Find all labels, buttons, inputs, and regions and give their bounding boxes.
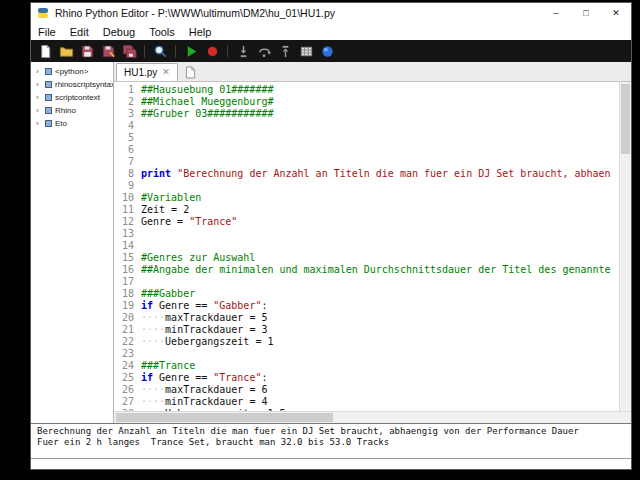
run-script-button[interactable] xyxy=(182,42,200,60)
code-token: ···· xyxy=(141,324,165,336)
code-token: Genre == xyxy=(153,372,213,384)
line-number: 4 xyxy=(114,120,141,132)
chevron-right-icon: › xyxy=(36,81,42,89)
code-token: print xyxy=(141,168,171,180)
code-token: #Genres zur Auswahl xyxy=(141,252,255,264)
code-line[interactable]: 15#Genres zur Auswahl xyxy=(114,252,619,264)
line-number: 25 xyxy=(114,372,141,384)
vertical-scrollbar-thumb[interactable] xyxy=(621,84,630,154)
code-lines[interactable]: 1##Hausuebung 01#######2##Michael Muegge… xyxy=(114,82,619,411)
code-line[interactable]: 5 xyxy=(114,132,619,144)
open-file-button[interactable] xyxy=(57,42,75,60)
search-button[interactable] xyxy=(151,42,169,60)
code-line[interactable]: 12Genre = "Trance" xyxy=(114,216,619,228)
vertical-scrollbar[interactable] xyxy=(619,82,631,411)
code-line[interactable]: 9 xyxy=(114,180,619,192)
chevron-right-icon: › xyxy=(36,94,42,102)
code-line[interactable]: 25if Genre == "Trance": xyxy=(114,372,619,384)
sidebar-item-scriptcontext[interactable]: ›scriptcontext xyxy=(31,91,113,104)
code-token: Genre == xyxy=(153,300,213,312)
line-number: 8 xyxy=(114,168,141,180)
line-number: 7 xyxy=(114,156,141,168)
code-line[interactable]: 1##Hausuebung 01####### xyxy=(114,84,619,96)
toolbar xyxy=(31,40,631,62)
step-out-button[interactable] xyxy=(276,42,294,60)
code-token: ···· xyxy=(141,336,165,348)
code-line[interactable]: 8print "Berechnung der Anzahl an Titeln … xyxy=(114,168,619,180)
maximize-button[interactable]: □ xyxy=(571,3,601,23)
code-line[interactable]: 18###Gabber xyxy=(114,288,619,300)
line-number: 14 xyxy=(114,240,141,252)
sidebar-item-eto[interactable]: ›Eto xyxy=(31,117,113,130)
editor-area: 1##Hausuebung 01#######2##Michael Muegge… xyxy=(114,82,631,411)
menu-item-tools[interactable]: Tools xyxy=(142,23,182,40)
line-number: 16 xyxy=(114,264,141,276)
save-all-button[interactable] xyxy=(120,42,138,60)
sidebar-item-rhino[interactable]: ›Rhino xyxy=(31,104,113,117)
code-line[interactable]: 22····Uebergangszeit = 1 xyxy=(114,336,619,348)
horizontal-scrollbar-thumb[interactable] xyxy=(116,413,333,422)
menu-item-edit[interactable]: Edit xyxy=(63,23,96,40)
save-as-button[interactable] xyxy=(99,42,117,60)
tab-close-icon[interactable]: ✕ xyxy=(162,68,170,77)
code-token: "Gabber" xyxy=(213,300,261,312)
code-line[interactable]: 11Zeit = 2 xyxy=(114,204,619,216)
line-number: 22 xyxy=(114,336,141,348)
line-number: 26 xyxy=(114,384,141,396)
code-line[interactable]: 26····maxTrackdauer = 6 xyxy=(114,384,619,396)
code-line[interactable]: 6 xyxy=(114,144,619,156)
minimize-button[interactable]: – xyxy=(541,3,571,23)
code-token: ···· xyxy=(141,396,165,408)
python-options-button[interactable] xyxy=(318,42,336,60)
sidebar-item-python[interactable]: ›<python> xyxy=(31,65,113,78)
title-bar[interactable]: Rhino Python Editor - P:\WWW\ultimum\DM2… xyxy=(31,3,631,23)
code-line[interactable]: 19if Genre == "Gabber": xyxy=(114,300,619,312)
new-file-button[interactable] xyxy=(36,42,54,60)
code-line[interactable]: 14 xyxy=(114,240,619,252)
horizontal-scrollbar[interactable] xyxy=(114,411,631,423)
code-line[interactable]: 24###Trance xyxy=(114,360,619,372)
code-line[interactable]: 21····minTrackdauer = 3 xyxy=(114,324,619,336)
code-line[interactable]: 2##Michael Mueggenburg# xyxy=(114,96,619,108)
line-number: 9 xyxy=(114,180,141,192)
menu-item-help[interactable]: Help xyxy=(182,23,219,40)
code-token: ···· xyxy=(141,384,165,396)
tab-hu1[interactable]: HU1.py ✕ xyxy=(116,63,178,81)
sidebar-item-rhinoscriptsyntax[interactable]: ›rhinoscriptsyntax xyxy=(31,78,113,91)
show-variables-button[interactable] xyxy=(297,42,315,60)
code-line[interactable]: 27····minTrackdauer = 4 xyxy=(114,396,619,408)
line-number: 15 xyxy=(114,252,141,264)
toolbar-separator xyxy=(227,45,228,58)
new-tab-button[interactable] xyxy=(181,64,201,80)
code-token: Genre = xyxy=(141,216,189,228)
close-button[interactable]: ✕ xyxy=(601,3,631,23)
namespace-icon xyxy=(45,68,52,75)
code-line[interactable]: 4 xyxy=(114,120,619,132)
rhino-python-editor-window: Rhino Python Editor - P:\WWW\ultimum\DM2… xyxy=(30,2,632,470)
step-into-button[interactable] xyxy=(234,42,252,60)
stop-button[interactable] xyxy=(203,42,221,60)
code-line[interactable]: 23 xyxy=(114,348,619,360)
code-line[interactable]: 7 xyxy=(114,156,619,168)
menu-item-file[interactable]: File xyxy=(31,23,63,40)
toolbar-separator xyxy=(144,45,145,58)
app-icon xyxy=(37,7,49,19)
code-line[interactable]: 3##Gruber 03########### xyxy=(114,108,619,120)
menu-item-debug[interactable]: Debug xyxy=(96,23,142,40)
code-line[interactable]: 10#Variablen xyxy=(114,192,619,204)
code-line[interactable]: 16##Angabe der minimalen und maximalen D… xyxy=(114,264,619,276)
editor-column: HU1.py ✕ 1##Hausuebung 01#######2##Micha… xyxy=(114,62,631,423)
line-number: 27 xyxy=(114,396,141,408)
code-line[interactable]: 17 xyxy=(114,276,619,288)
save-button[interactable] xyxy=(78,42,96,60)
help-panel xyxy=(31,458,631,469)
namespace-icon xyxy=(45,120,52,127)
code-token: Uebergangszeit = 1 xyxy=(165,336,273,348)
namespace-icon xyxy=(45,81,52,88)
step-over-button[interactable] xyxy=(255,42,273,60)
code-line[interactable]: 20····maxTrackdauer = 5 xyxy=(114,312,619,324)
sidebar-item-label: rhinoscriptsyntax xyxy=(55,80,114,89)
code-line[interactable]: 13 xyxy=(114,228,619,240)
code-token: "Trance" xyxy=(189,216,237,228)
tab-bar: HU1.py ✕ xyxy=(114,62,631,82)
